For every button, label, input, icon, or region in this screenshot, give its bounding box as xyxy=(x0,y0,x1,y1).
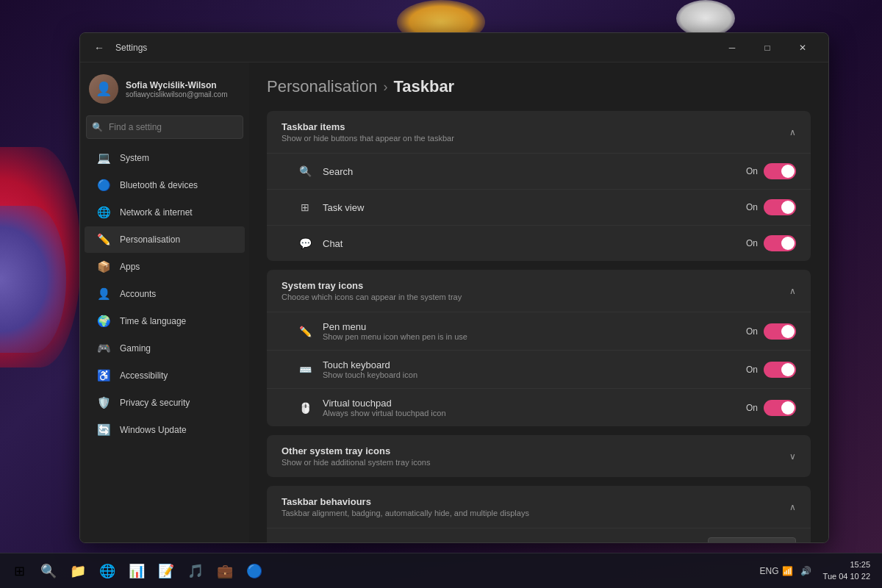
pen-menu-row: ✏️ Pen menu Show pen menu icon when pen … xyxy=(267,312,811,351)
sidebar-label-system: System xyxy=(120,153,149,163)
lang-text: ENG xyxy=(760,566,779,576)
clock[interactable]: 15:25 Tue 04 10 22 xyxy=(817,559,876,582)
chat-toggle[interactable] xyxy=(764,235,796,251)
task-view-icon: ⊞ xyxy=(296,198,314,216)
taskbar-teams[interactable]: 💼 xyxy=(212,558,238,584)
taskbar-file-explorer[interactable]: 📁 xyxy=(65,558,91,584)
title-bar-left: ← Settings xyxy=(89,37,147,58)
taskbar-chrome[interactable]: 🔵 xyxy=(241,558,268,584)
system-tray-section: System tray icons Choose which icons can… xyxy=(267,270,811,426)
virtual-touchpad-label-wrap: Virtual touchpad Always show virtual tou… xyxy=(323,398,746,417)
close-button[interactable]: ✕ xyxy=(786,37,820,59)
user-profile[interactable]: 👤 Sofia Wyciślik-Wilson sofiawycislikwil… xyxy=(80,68,249,115)
time-icon: 🌍 xyxy=(96,314,111,329)
chat-icon: 💬 xyxy=(296,234,314,252)
other-tray-section: Other system tray icons Show or hide add… xyxy=(267,435,811,477)
chat-label-wrap: Chat xyxy=(323,238,746,249)
sidebar-item-gaming[interactable]: 🎮 Gaming xyxy=(85,335,245,362)
pen-menu-label: Pen menu xyxy=(323,321,746,332)
alignment-dropdown[interactable]: Centre ∨ xyxy=(708,537,796,542)
virtual-touchpad-row: 🖱️ Virtual touchpad Always show virtual … xyxy=(267,389,811,426)
search-box: 🔍 xyxy=(86,115,243,139)
bluetooth-icon: 🔵 xyxy=(96,178,111,193)
task-view-toggle-thumb xyxy=(781,201,795,214)
sidebar: 👤 Sofia Wyciślik-Wilson sofiawycislikwil… xyxy=(80,62,249,542)
other-tray-header[interactable]: Other system tray icons Show or hide add… xyxy=(267,435,811,477)
taskbar-items-header[interactable]: Taskbar items Show or hide buttons that … xyxy=(267,111,811,154)
sidebar-item-privacy[interactable]: 🛡️ Privacy & security xyxy=(85,390,245,416)
sidebar-label-gaming: Gaming xyxy=(120,343,151,354)
search-toggle[interactable] xyxy=(764,163,796,179)
touch-keyboard-control: On xyxy=(746,362,796,378)
title-bar: ← Settings ─ □ ✕ xyxy=(80,33,828,62)
virtual-touchpad-toggle[interactable] xyxy=(764,400,796,416)
search-status: On xyxy=(746,166,758,176)
sidebar-item-accounts[interactable]: 👤 Accounts xyxy=(85,281,245,307)
touch-keyboard-sublabel: Show touch keyboard icon xyxy=(323,370,746,379)
main-content: Personalisation › Taskbar Taskbar items … xyxy=(249,62,828,542)
minimize-button[interactable]: ─ xyxy=(715,37,749,59)
system-tray-header[interactable]: System tray icons Choose which icons can… xyxy=(267,270,811,312)
taskbar-behaviours-subtitle: Taskbar alignment, badging, automaticall… xyxy=(282,509,529,517)
virtual-touchpad-control: On xyxy=(746,400,796,416)
personalisation-icon: ✏️ xyxy=(96,232,111,247)
pen-menu-status: On xyxy=(746,326,758,337)
sidebar-label-network: Network & internet xyxy=(120,207,193,218)
clock-date: Tue 04 10 22 xyxy=(823,571,870,582)
sidebar-item-update[interactable]: 🔄 Windows Update xyxy=(85,417,245,443)
taskbar-behaviours-info: Taskbar behaviours Taskbar alignment, ba… xyxy=(282,496,529,517)
maximize-button[interactable]: □ xyxy=(750,37,784,59)
touch-keyboard-status: On xyxy=(746,365,758,375)
virtual-touchpad-label: Virtual touchpad xyxy=(323,398,746,409)
taskbar-items-chevron: ∧ xyxy=(789,127,796,137)
accessibility-icon: ♿ xyxy=(96,368,111,383)
apps-icon: 📦 xyxy=(96,259,111,274)
sidebar-item-network[interactable]: 🌐 Network & internet xyxy=(85,199,245,226)
breadcrumb-parent[interactable]: Personalisation xyxy=(267,77,377,96)
touch-keyboard-toggle[interactable] xyxy=(764,362,796,378)
search-input[interactable] xyxy=(86,115,243,139)
sidebar-label-bluetooth: Bluetooth & devices xyxy=(120,180,198,190)
pen-menu-label-wrap: Pen menu Show pen menu icon when pen is … xyxy=(323,321,746,341)
taskbar-left: ⊞ 🔍 📁 🌐 📊 📝 🎵 💼 🔵 xyxy=(6,558,268,584)
search-setting-row: 🔍 Search On xyxy=(267,154,811,190)
taskbar-excel[interactable]: 📊 xyxy=(123,558,150,584)
system-tray-chevron: ∧ xyxy=(789,286,796,296)
chat-setting-row: 💬 Chat On xyxy=(267,226,811,261)
system-icon: 💻 xyxy=(96,151,111,165)
sidebar-item-system[interactable]: 💻 System xyxy=(85,145,245,171)
system-tray-info: System tray icons Choose which icons can… xyxy=(282,280,462,301)
taskbar-behaviours-header[interactable]: Taskbar behaviours Taskbar alignment, ba… xyxy=(267,486,811,528)
taskbar-spotify[interactable]: 🎵 xyxy=(182,558,209,584)
sidebar-item-personalisation[interactable]: ✏️ Personalisation xyxy=(85,226,245,253)
system-tray-subtitle: Choose which icons can appear in the sys… xyxy=(282,293,462,301)
taskbar-behaviours-section: Taskbar behaviours Taskbar alignment, ba… xyxy=(267,486,811,542)
system-tray-title: System tray icons xyxy=(282,280,462,291)
pen-menu-toggle[interactable] xyxy=(764,323,796,340)
sidebar-item-bluetooth[interactable]: 🔵 Bluetooth & devices xyxy=(85,172,245,198)
desktop-decoration-top-right xyxy=(676,0,735,37)
taskbar-items-info: Taskbar items Show or hide buttons that … xyxy=(282,121,454,143)
privacy-icon: 🛡️ xyxy=(96,395,111,410)
chat-toggle-thumb xyxy=(781,237,795,250)
volume-icon[interactable]: 🔊 xyxy=(798,563,814,579)
wifi-icon[interactable]: 📶 xyxy=(780,563,796,579)
sidebar-item-apps[interactable]: 📦 Apps xyxy=(85,254,245,280)
sidebar-label-privacy: Privacy & security xyxy=(120,398,190,408)
taskbar: ⊞ 🔍 📁 🌐 📊 📝 🎵 💼 🔵 ENG 📶 🔊 15:25 Tue 04 1… xyxy=(0,553,882,588)
sidebar-item-accessibility[interactable]: ♿ Accessibility xyxy=(85,362,245,389)
taskbar-search-button[interactable]: 🔍 xyxy=(35,558,62,584)
sidebar-label-update: Windows Update xyxy=(120,425,187,435)
pen-menu-toggle-thumb xyxy=(781,325,795,338)
pen-menu-icon: ✏️ xyxy=(296,323,314,340)
other-tray-title: Other system tray icons xyxy=(282,445,430,456)
task-view-toggle[interactable] xyxy=(764,199,796,215)
sidebar-item-time[interactable]: 🌍 Time & language xyxy=(85,308,245,334)
breadcrumb-separator: › xyxy=(383,79,387,95)
touch-keyboard-row: ⌨️ Touch keyboard Show touch keyboard ic… xyxy=(267,351,811,389)
start-button[interactable]: ⊞ xyxy=(6,558,32,584)
taskbar-word[interactable]: 📝 xyxy=(153,558,179,584)
taskbar-edge[interactable]: 🌐 xyxy=(94,558,121,584)
user-info: Sofia Wyciślik-Wilson sofiawycislikwilso… xyxy=(126,80,240,98)
back-button[interactable]: ← xyxy=(89,37,110,58)
